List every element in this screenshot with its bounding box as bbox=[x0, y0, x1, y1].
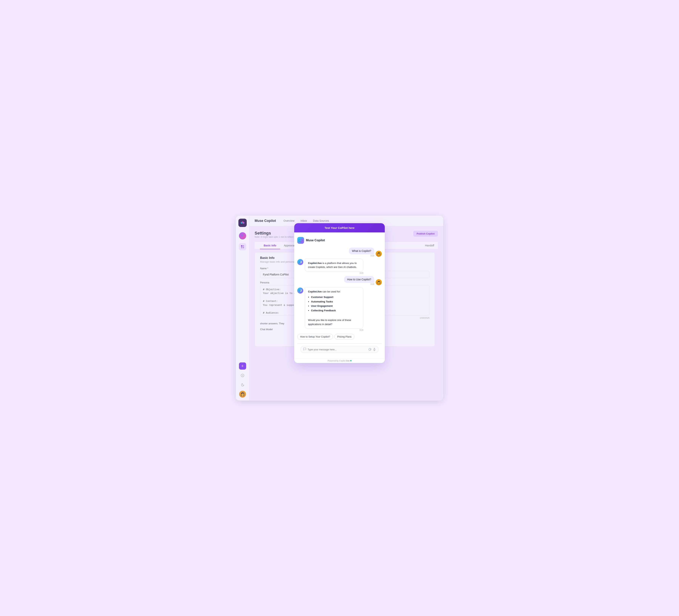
msg-time-2: 3:23 bbox=[344, 283, 374, 285]
svg-text:?: ? bbox=[242, 374, 243, 377]
user-profile-avatar[interactable]: 👩 bbox=[239, 391, 246, 398]
copilot-live-badge: live bbox=[346, 360, 351, 362]
svg-point-3 bbox=[242, 221, 243, 223]
app-title: Muse Copilot bbox=[255, 219, 276, 223]
bot-bubble-1: Copilot.live is a platform that allows y… bbox=[305, 259, 363, 272]
tab-basic-info[interactable]: Basic Info bbox=[260, 242, 280, 249]
user-message-2: How to Use Copilot? 3:23 👩 bbox=[297, 276, 382, 285]
user-avatar-1: 👩 bbox=[376, 251, 382, 257]
copilot-logo-icon bbox=[297, 237, 304, 244]
chat-widget: Test Your CoPilot here Muse Copilot W bbox=[294, 223, 385, 363]
bot-message-2: Copilot.live can be used for: Customer S… bbox=[297, 287, 382, 331]
bot-msg-group-1: Copilot.live is a platform that allows y… bbox=[305, 259, 363, 274]
sidebar-item-main[interactable] bbox=[239, 243, 246, 250]
svg-rect-10 bbox=[374, 348, 375, 349]
workspace-initial: M bbox=[241, 234, 244, 238]
settings-title: Settings bbox=[255, 231, 299, 236]
nav-overview[interactable]: Overview bbox=[284, 218, 294, 223]
chat-refresh-button[interactable] bbox=[368, 348, 371, 351]
sidebar-help-icon[interactable]: ? bbox=[239, 372, 246, 379]
workspace-avatar[interactable]: M bbox=[239, 232, 246, 239]
use-case-3: User Engagement bbox=[311, 304, 360, 308]
use-cases-list: Customer Support Automating Tasks User E… bbox=[308, 295, 360, 312]
chat-input-field[interactable] bbox=[308, 348, 367, 351]
bot-msg-group-2: Copilot.live can be used for: Customer S… bbox=[305, 287, 363, 331]
footer-text: Powered by Copilot bbox=[328, 360, 346, 362]
use-case-1: Customer Support bbox=[311, 295, 360, 299]
user-message-1: What is Copilot? 3:23 👩 bbox=[297, 248, 382, 257]
settings-note: Note: It might take upto 1 min to reflec… bbox=[255, 236, 299, 238]
chat-microphone-button[interactable] bbox=[373, 348, 376, 351]
quick-replies: How to Setup Your Copilot? Pricing Plans bbox=[297, 333, 382, 340]
nav-inbox[interactable]: Inbox bbox=[300, 218, 307, 223]
sidebar-add-button[interactable]: + bbox=[239, 363, 246, 370]
chat-body: Muse Copilot What is Copilot? 3:23 👩 bbox=[294, 233, 385, 359]
app-logo[interactable] bbox=[238, 219, 247, 227]
chat-input-wrapper bbox=[300, 346, 379, 353]
message-group-1: What is Copilot? 3:23 bbox=[349, 248, 374, 257]
svg-rect-4 bbox=[241, 245, 243, 247]
chat-input-area bbox=[297, 343, 382, 355]
publish-button[interactable]: Publish Copilot bbox=[413, 231, 438, 237]
bot-avatar-1 bbox=[297, 259, 303, 265]
chat-footer: Powered by Copilot live bbox=[294, 358, 385, 363]
bot-msg-time-1: 3:23 bbox=[305, 272, 363, 274]
copilot-id-bar: Muse Copilot bbox=[297, 236, 382, 245]
live-indicator bbox=[350, 360, 351, 361]
chat-header: Test Your CoPilot here bbox=[294, 223, 385, 233]
bot-bubble-2: Copilot.live can be used for: Customer S… bbox=[305, 287, 363, 329]
copilot-live-text: live bbox=[346, 360, 350, 362]
svg-rect-6 bbox=[241, 247, 243, 248]
use-case-2: Automating Tasks bbox=[311, 300, 360, 304]
chat-input-message-icon bbox=[303, 347, 306, 351]
msg-time-1: 3:23 bbox=[349, 255, 374, 257]
user-bubble-2: How to Use Copilot? bbox=[344, 276, 374, 283]
quick-reply-pricing[interactable]: Pricing Plans bbox=[334, 334, 354, 340]
message-group-2: How to Use Copilot? 3:23 bbox=[344, 276, 374, 285]
sidebar: M + ? bbox=[236, 216, 249, 401]
bot-message-1: Copilot.live is a platform that allows y… bbox=[297, 259, 382, 274]
bot-avatar-2 bbox=[297, 287, 303, 294]
quick-reply-setup[interactable]: How to Setup Your Copilot? bbox=[297, 334, 333, 340]
use-case-4: Collecting Feedback bbox=[311, 308, 360, 313]
bot-msg-time-2: 3:23 bbox=[305, 329, 363, 331]
user-bubble-1: What is Copilot? bbox=[349, 248, 374, 254]
messages-area: What is Copilot? 3:23 👩 bbox=[297, 247, 382, 341]
nav-data-sources[interactable]: Data Sources bbox=[313, 218, 329, 223]
copilot-name: Muse Copilot bbox=[306, 239, 325, 242]
sidebar-moon-icon[interactable] bbox=[239, 381, 246, 389]
svg-rect-5 bbox=[243, 245, 244, 247]
svg-rect-7 bbox=[243, 247, 244, 248]
user-avatar-2: 👩 bbox=[376, 279, 382, 285]
tab-handoff[interactable]: Handoff bbox=[421, 242, 438, 249]
